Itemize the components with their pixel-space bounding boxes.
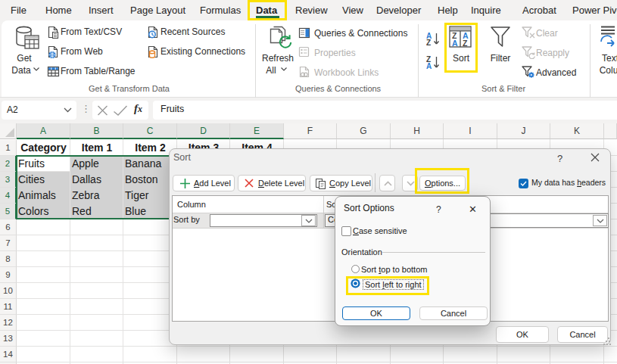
svg-text:A: A <box>426 62 432 69</box>
svg-text:Z: Z <box>426 39 431 45</box>
